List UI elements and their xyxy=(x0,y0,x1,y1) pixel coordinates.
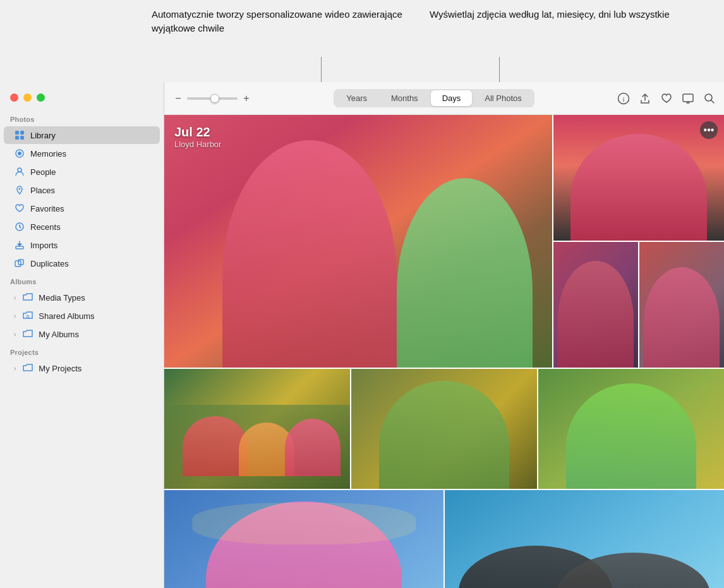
date-overlay: Jul 22 Lloyd Harbor xyxy=(174,125,221,149)
folder-icon-media xyxy=(22,292,33,303)
app-window: Photos Library Memories xyxy=(0,82,724,588)
projects-section-label: Projects xyxy=(0,344,164,359)
sidebar-label-media-types: Media Types xyxy=(39,293,85,303)
sidebar: Photos Library Memories xyxy=(0,82,164,588)
search-button[interactable] xyxy=(703,92,716,105)
photo-cell-row3-1[interactable] xyxy=(164,490,443,588)
sidebar-label-my-projects: My Projects xyxy=(39,364,81,373)
slideshow-button[interactable] xyxy=(681,92,695,105)
tab-years[interactable]: Years xyxy=(335,90,378,106)
photo-cell-top-right[interactable]: ••• xyxy=(553,115,724,241)
callout-line-left xyxy=(321,57,322,85)
sidebar-label-people: People xyxy=(30,167,56,177)
expand-icon-my-albums: › xyxy=(14,331,16,338)
sidebar-label-imports: Imports xyxy=(30,241,57,250)
right-column: ••• xyxy=(553,115,724,368)
svg-rect-0 xyxy=(15,131,19,135)
grid-icon xyxy=(14,129,25,141)
favorite-button[interactable] xyxy=(660,92,673,105)
right-column-bottom xyxy=(553,242,724,368)
sidebar-label-duplicates: Duplicates xyxy=(30,259,69,268)
people-icon xyxy=(14,166,25,177)
svg-rect-15 xyxy=(683,94,693,102)
sidebar-item-imports[interactable]: Imports xyxy=(4,236,160,254)
tooltip-left: Automatycznie tworzy spersonalizowane wi… xyxy=(152,8,417,35)
sidebar-item-people[interactable]: People xyxy=(4,163,160,181)
photo-cell-bottom-right-2[interactable] xyxy=(639,242,724,368)
svg-point-7 xyxy=(19,188,21,190)
photos-section-label: Photos xyxy=(0,111,164,126)
zoom-thumb xyxy=(210,94,219,103)
zoom-minus-button[interactable]: − xyxy=(172,93,184,104)
sidebar-item-favorites[interactable]: Favorites xyxy=(4,200,160,217)
svg-rect-9 xyxy=(16,246,23,249)
import-icon xyxy=(14,239,25,251)
photo-cell-row2-3[interactable] xyxy=(538,369,724,489)
svg-rect-2 xyxy=(15,136,19,140)
sidebar-item-my-projects[interactable]: › My Projects xyxy=(4,359,160,377)
svg-rect-3 xyxy=(20,136,24,140)
svg-point-12 xyxy=(27,315,29,318)
photo-row-1: Jul 22 Lloyd Harbor ••• xyxy=(164,115,724,368)
folder-icon-projects xyxy=(22,363,33,374)
sidebar-item-places[interactable]: Places xyxy=(4,181,160,199)
tab-days[interactable]: Days xyxy=(431,90,473,106)
share-button[interactable] xyxy=(638,92,652,105)
svg-point-16 xyxy=(705,94,712,101)
tab-all-photos[interactable]: All Photos xyxy=(473,90,533,106)
sidebar-item-shared-albums[interactable]: › Shared Albums xyxy=(4,307,160,325)
date-label: Jul 22 xyxy=(174,125,221,140)
zoom-plus-button[interactable]: + xyxy=(240,93,253,104)
tab-months[interactable]: Months xyxy=(380,90,430,106)
tooltip-area: Automatycznie tworzy spersonalizowane wi… xyxy=(0,0,724,82)
photo-cell-row2-1[interactable] xyxy=(164,369,350,489)
info-button[interactable]: i xyxy=(617,92,630,105)
sidebar-item-library[interactable]: Library xyxy=(4,126,160,144)
sidebar-item-duplicates[interactable]: Duplicates xyxy=(4,255,160,272)
svg-rect-1 xyxy=(20,131,24,135)
memories-icon xyxy=(14,148,25,159)
sidebar-label-library: Library xyxy=(30,131,56,140)
sidebar-label-favorites: Favorites xyxy=(30,204,64,213)
sidebar-label-places: Places xyxy=(30,186,55,195)
toolbar: − + Years Months Days All Photos i xyxy=(164,82,724,115)
albums-section-label: Albums xyxy=(0,273,164,288)
maximize-button[interactable] xyxy=(37,93,45,102)
main-content: − + Years Months Days All Photos i xyxy=(164,82,724,588)
photo-row-3 xyxy=(164,490,724,588)
heart-icon xyxy=(14,203,25,214)
svg-text:i: i xyxy=(622,95,624,102)
svg-point-6 xyxy=(18,168,21,172)
close-button[interactable] xyxy=(10,93,18,102)
minimize-button[interactable] xyxy=(23,93,32,102)
more-options-button[interactable]: ••• xyxy=(700,121,718,139)
photo-grid-area[interactable]: Jul 22 Lloyd Harbor ••• xyxy=(164,115,724,588)
zoom-control: − + xyxy=(172,93,253,104)
photo-cell-bottom-right-1[interactable] xyxy=(553,242,638,368)
folder-icon-my-albums xyxy=(22,328,33,340)
toolbar-icons: i xyxy=(617,92,716,105)
duplicate-icon xyxy=(14,258,25,269)
tab-group: Years Months Days All Photos xyxy=(334,89,534,107)
sidebar-item-media-types[interactable]: › Media Types xyxy=(4,289,160,306)
photo-cell-row3-2[interactable] xyxy=(445,490,724,588)
expand-icon-media-types: › xyxy=(14,294,16,301)
photo-row-2 xyxy=(164,369,724,489)
sidebar-item-recents[interactable]: Recents xyxy=(4,218,160,236)
shared-folder-icon xyxy=(22,310,33,321)
sidebar-label-shared-albums: Shared Albums xyxy=(39,311,94,321)
photo-cell-main[interactable]: Jul 22 Lloyd Harbor xyxy=(164,115,552,368)
places-icon xyxy=(14,184,25,196)
sidebar-label-memories: Memories xyxy=(30,149,66,159)
sidebar-label-my-albums: My Albums xyxy=(39,330,79,339)
zoom-slider[interactable] xyxy=(187,97,238,100)
location-label: Lloyd Harbor xyxy=(174,140,221,149)
expand-icon-shared: › xyxy=(14,313,16,320)
photo-cell-row2-2[interactable] xyxy=(351,369,537,489)
sidebar-label-recents: Recents xyxy=(30,222,61,232)
clock-icon xyxy=(14,221,25,232)
sidebar-item-memories[interactable]: Memories xyxy=(4,145,160,162)
callout-line-right xyxy=(499,57,500,85)
sidebar-item-my-albums[interactable]: › My Albums xyxy=(4,325,160,343)
expand-icon-projects: › xyxy=(14,365,16,372)
